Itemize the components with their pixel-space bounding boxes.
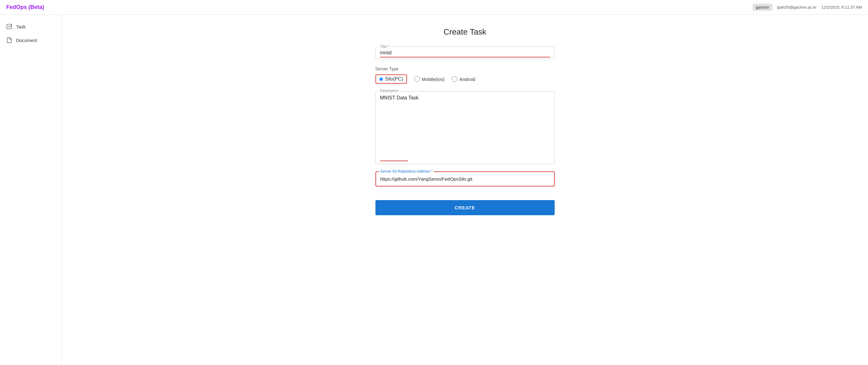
datetime-display: 12/2/2023, 6:11:37 AM	[822, 5, 862, 9]
description-input[interactable]: MNIST Data Task	[376, 91, 554, 159]
create-button[interactable]: CREATE	[375, 200, 555, 215]
git-repo-label: Server Git Repository Address *	[379, 169, 434, 173]
sidebar-task-label: Task	[16, 24, 26, 29]
git-repo-input[interactable]	[376, 172, 554, 186]
main-content: Create Task Title * Server Type Silo(PC)	[62, 15, 868, 365]
git-field-wrapper: Server Git Repository Address *	[375, 171, 555, 187]
title-label: Title *	[379, 44, 391, 49]
task-icon	[6, 24, 12, 30]
header: FedOps (Beta) gachon tpah20@gachon.ac.kr…	[0, 0, 868, 15]
sidebar-item-document[interactable]: Document	[0, 33, 61, 47]
sidebar-document-label: Document	[16, 38, 37, 43]
create-task-form: Title * Server Type Silo(PC) Mobile(ios)	[375, 46, 555, 215]
document-icon	[6, 37, 12, 43]
email-display: tpah20@gachon.ac.kr	[777, 5, 816, 9]
header-right: gachon tpah20@gachon.ac.kr 12/2/2023, 6:…	[753, 4, 862, 11]
android-option[interactable]: Android	[452, 76, 475, 82]
desc-underline	[380, 161, 408, 161]
android-label: Android	[459, 76, 475, 82]
git-repo-field-group: Server Git Repository Address *	[375, 171, 555, 187]
logo: FedOps (Beta)	[6, 4, 44, 10]
sidebar-item-task[interactable]: Task	[0, 20, 61, 33]
mobile-ios-option[interactable]: Mobile(ios)	[414, 76, 444, 82]
mobile-ios-radio[interactable]	[414, 76, 420, 82]
layout: Task Document Create Task Title *	[0, 15, 868, 365]
title-field-wrapper: Title *	[375, 46, 555, 59]
description-field-group: Description MNIST Data Task	[375, 91, 555, 164]
user-badge: gachon	[753, 4, 772, 11]
silo-pc-label: Silo(PC)	[385, 76, 404, 82]
title-input[interactable]	[380, 50, 550, 58]
mobile-ios-label: Mobile(ios)	[422, 76, 444, 82]
page-title: Create Task	[443, 27, 486, 37]
android-radio[interactable]	[452, 76, 457, 82]
sidebar: Task Document	[0, 15, 62, 365]
silo-pc-option[interactable]: Silo(PC)	[375, 74, 407, 84]
desc-field-wrapper: Description MNIST Data Task	[375, 91, 555, 164]
svg-rect-0	[7, 24, 12, 29]
description-label: Description	[379, 89, 400, 93]
server-type-label: Server Type	[375, 66, 555, 71]
title-field-group: Title *	[375, 46, 555, 59]
server-type-group: Server Type Silo(PC) Mobile(ios) Android	[375, 66, 555, 84]
silo-pc-radio[interactable]	[379, 77, 383, 81]
radio-group: Silo(PC) Mobile(ios) Android	[375, 74, 555, 84]
